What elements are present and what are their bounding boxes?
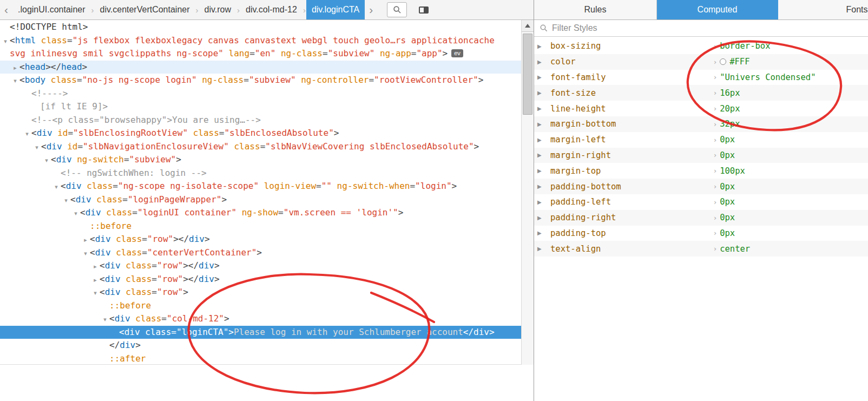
computed-row-line-height[interactable]: ▶line-height›20px <box>534 101 868 116</box>
filter-styles-input[interactable] <box>552 23 785 33</box>
markup-line[interactable]: <!----> <box>0 87 521 101</box>
expand-arrow-icon[interactable]: ▶ <box>537 106 542 111</box>
twisty-down-icon[interactable]: ▾ <box>52 181 61 194</box>
expand-arrow-icon[interactable]: ▶ <box>537 215 542 221</box>
expand-arrow-icon[interactable]: ▶ <box>537 168 542 174</box>
twisty-down-icon[interactable]: ▾ <box>71 207 80 221</box>
markup-line[interactable]: </div> <box>0 339 521 352</box>
markup-line[interactable]: ▾<div ng-switch="subview"> <box>0 153 521 167</box>
markup-line[interactable]: ▾<div class="row"> <box>0 286 521 299</box>
markup-line[interactable]: ::before <box>0 220 521 233</box>
vertical-scrollbar[interactable] <box>521 20 534 365</box>
markup-line[interactable]: ::after <box>0 352 521 365</box>
breadcrumb-item-div-row[interactable]: div.row <box>199 0 237 19</box>
color-swatch[interactable] <box>720 58 726 65</box>
markup-line[interactable]: ▾<div class="centerVertContainer"> <box>0 246 521 260</box>
value-expander-icon[interactable]: › <box>714 245 716 253</box>
twisty-right-icon[interactable]: ▸ <box>91 260 100 274</box>
value-expander-icon[interactable]: › <box>714 198 716 206</box>
breadcrumb-item-div-centervertcontainer[interactable]: div.centerVertContainer <box>95 0 195 19</box>
scrollbar-thumb[interactable] <box>523 34 532 115</box>
expand-arrow-icon[interactable]: ▶ <box>537 183 542 189</box>
markup-line[interactable]: ::before <box>0 299 521 313</box>
markup-line[interactable]: ▾<div id="slbEnclosingRootView" class="s… <box>0 127 521 140</box>
markup-line[interactable]: <!--<p class="browsehappy">You are using… <box>0 114 521 127</box>
value-expander-icon[interactable]: › <box>714 42 716 50</box>
twisty-right-icon[interactable]: ▸ <box>91 274 100 287</box>
twisty-down-icon[interactable]: ▾ <box>91 287 100 300</box>
breadcrumb-back-icon[interactable]: ‹ <box>0 0 12 19</box>
value-expander-icon[interactable]: › <box>714 214 716 222</box>
expand-arrow-icon[interactable]: ▶ <box>537 90 542 96</box>
event-badge[interactable]: ev <box>451 49 463 57</box>
tab-fonts[interactable]: Fonts <box>778 0 868 19</box>
value-expander-icon[interactable]: › <box>714 89 716 97</box>
markup-line[interactable]: <!DOCTYPE html> <box>0 21 521 34</box>
markup-line[interactable]: ▸<div class="row"></div> <box>0 233 521 246</box>
computed-row-padding-left[interactable]: ▶padding-left›0px <box>534 194 868 210</box>
computed-row-padding-right[interactable]: ▶padding-right›0px <box>534 210 868 226</box>
twisty-down-icon[interactable]: ▾ <box>1 35 10 49</box>
value-expander-icon[interactable]: › <box>714 73 716 81</box>
expand-arrow-icon[interactable]: ▶ <box>537 137 542 143</box>
twisty-down-icon[interactable]: ▾ <box>32 141 41 155</box>
markup-line[interactable]: ▾<div class="col-md-12"> <box>0 312 521 326</box>
markup-line[interactable]: <!-- ngSwitchWhen: login --> <box>0 167 521 180</box>
computed-row-box-sizing[interactable]: ▶box-sizing›border-box <box>534 38 868 54</box>
scroll-up-button[interactable] <box>522 20 534 32</box>
computed-row-margin-left[interactable]: ▶margin-left›0px <box>534 132 868 148</box>
markup-line[interactable]: svg inlinesvg smil svgclippaths ng-scope… <box>0 47 521 61</box>
twisty-down-icon[interactable]: ▾ <box>81 247 90 261</box>
computed-row-margin-right[interactable]: ▶margin-right›0px <box>534 148 868 163</box>
value-expander-icon[interactable]: › <box>714 182 716 190</box>
computed-row-margin-bottom[interactable]: ▶margin-bottom›32px <box>534 116 868 132</box>
computed-row-font-family[interactable]: ▶font-family›"Univers Condensed" <box>534 70 868 86</box>
markup-line-selected[interactable]: <div class="loginCTA">Please log in with… <box>0 326 521 339</box>
twisty-down-icon[interactable]: ▾ <box>62 194 70 208</box>
value-expander-icon[interactable]: › <box>714 151 716 159</box>
value-expander-icon[interactable]: › <box>714 120 716 128</box>
value-expander-icon[interactable]: › <box>714 104 716 113</box>
markup-line[interactable]: ▸<div class="row"></div> <box>0 273 521 286</box>
twisty-down-icon[interactable]: ▾ <box>101 313 109 327</box>
twisty-right-icon[interactable]: ▸ <box>81 234 90 247</box>
tab-computed[interactable]: Computed <box>657 0 778 19</box>
computed-row-font-size[interactable]: ▶font-size›16px <box>534 85 868 101</box>
expand-arrow-icon[interactable]: ▶ <box>537 152 542 158</box>
markup-line[interactable]: ▾<div class="loginUI container" ng-show=… <box>0 206 521 220</box>
markup-line[interactable]: ▾<html class="js flexbox flexboxlegacy c… <box>0 34 521 48</box>
markup-line[interactable]: ▾<div id="slbNavigationEnclosureView" cl… <box>0 140 521 154</box>
value-expander-icon[interactable]: › <box>714 136 716 144</box>
breadcrumb-item-div-logincta[interactable]: div.loginCTA <box>306 0 365 19</box>
search-nodes-button[interactable] <box>387 2 407 17</box>
tab-rules[interactable]: Rules <box>534 0 657 19</box>
value-expander-icon[interactable]: › <box>714 167 716 175</box>
value-expander-icon[interactable]: › <box>714 58 716 66</box>
markup-line[interactable]: [if lt IE 9]> <box>0 100 521 114</box>
twisty-down-icon[interactable]: ▾ <box>11 75 19 88</box>
twisty-down-icon[interactable]: ▾ <box>23 128 31 141</box>
breadcrumb-item-loginui-container[interactable]: .loginUI.container <box>12 0 91 19</box>
computed-row-color[interactable]: ▶color›#FFF <box>534 54 868 70</box>
expand-arrow-icon[interactable]: ▶ <box>537 246 542 252</box>
computed-row-padding-top[interactable]: ▶padding-top›0px <box>534 226 868 241</box>
markup-line[interactable]: ▸<div class="row"></div> <box>0 259 521 273</box>
markup-line[interactable]: ▸<head></head> <box>0 61 521 74</box>
expand-arrow-icon[interactable]: ▶ <box>537 199 542 205</box>
breadcrumb-item-div-col-md-12[interactable]: div.col-md-12 <box>240 0 303 19</box>
value-expander-icon[interactable]: › <box>714 229 716 237</box>
computed-row-text-align[interactable]: ▶text-align›center <box>534 241 868 257</box>
markup-line[interactable]: ▾<div class="loginPageWrapper"> <box>0 193 521 207</box>
twisty-right-icon[interactable]: ▸ <box>11 62 19 75</box>
markup-line[interactable]: ▾<div class="ng-scope ng-isolate-scope" … <box>0 180 521 193</box>
markup-line[interactable]: ▾<body class="no-js ng-scope login" ng-c… <box>0 74 521 87</box>
computed-row-padding-bottom[interactable]: ▶padding-bottom›0px <box>534 179 868 194</box>
expand-arrow-icon[interactable]: ▶ <box>537 74 542 80</box>
expand-arrow-icon[interactable]: ▶ <box>537 59 542 65</box>
toggle-sidebar-button[interactable] <box>416 3 432 17</box>
expand-arrow-icon[interactable]: ▶ <box>537 43 542 49</box>
breadcrumb-forward-icon[interactable]: › <box>365 0 377 19</box>
expand-arrow-icon[interactable]: ▶ <box>537 230 542 236</box>
twisty-down-icon[interactable]: ▾ <box>42 154 51 168</box>
computed-row-margin-top[interactable]: ▶margin-top›100px <box>534 163 868 179</box>
